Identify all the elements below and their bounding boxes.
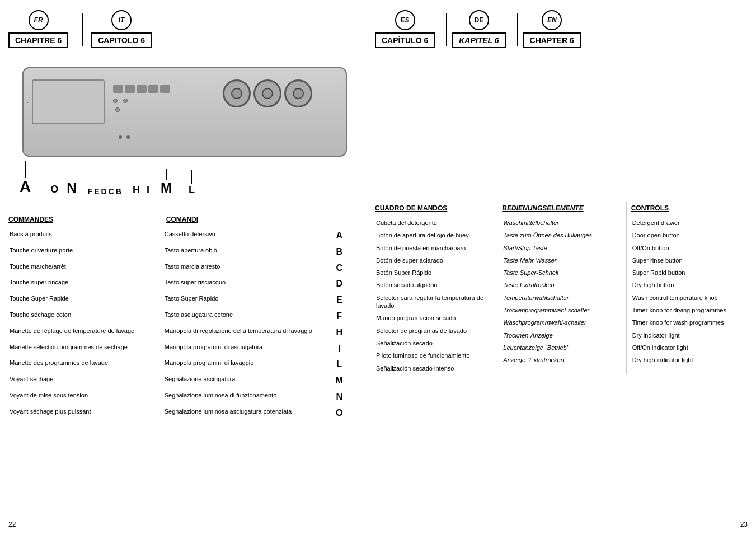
panel-dots	[119, 135, 130, 139]
panel-drawer	[32, 79, 105, 124]
page-number-left: 22	[8, 521, 16, 528]
table-row: Voyant séchage Segnalazione asciugatura …	[8, 373, 360, 389]
lang-en-block: EN CHAPTER 6	[523, 10, 581, 48]
m-label-group: M	[161, 169, 172, 196]
es-chapter-box: CAPÍTULO 6	[375, 32, 435, 48]
it-item-text: Tasto Super Rapido	[163, 292, 318, 308]
fr-item-text: Voyant de mise sous tension	[8, 389, 163, 405]
letter-label: C	[318, 260, 361, 277]
es-item-text: Selector de programas de lavado	[375, 325, 494, 337]
table-row: Cubeta del detergente	[375, 217, 494, 229]
lang-es-block: ES CAPÍTULO 6	[375, 10, 435, 48]
fr-item-text: Manette sélection programmes de séchage	[8, 341, 163, 357]
de-item-text: Waschmittelbehälter	[502, 217, 621, 229]
es-item-text: Botón de apertura del ojo de buey	[375, 229, 494, 241]
table-row: Voyant de mise sous tension Segnalazione…	[8, 389, 360, 405]
de-item-text: Waschprogrammwahl-schalter	[502, 316, 621, 329]
diagram-label-h: H	[133, 184, 140, 196]
page-number-right: 23	[740, 521, 748, 528]
de-item-text: Leuchtanzeige "Betrieb"	[502, 341, 621, 354]
knob-1	[223, 79, 251, 107]
es-item-text: Botón Super Rápido	[375, 266, 494, 279]
fr-chapter-box: CHAPITRE 6	[8, 32, 68, 48]
de-item-text: Trocknen-Anzeige	[502, 329, 621, 341]
it-item-text: Tasto marcia arresto	[163, 260, 318, 277]
en-chapter-label: CHAPTER 6	[530, 36, 574, 45]
letter-label: E	[318, 292, 361, 308]
table-row: Start/Stop Taste	[502, 242, 621, 254]
letter-label: A	[318, 228, 361, 244]
letter-label: I	[318, 341, 361, 357]
lang-fr-block: FR CHAPITRE 6	[8, 10, 68, 48]
en-item-text: Off/On indicator light	[631, 341, 750, 354]
fr-item-text: Touche super rinçage	[8, 276, 163, 292]
en-item-text: Wash control temperature knob	[631, 292, 750, 304]
table-row: Anzeige "Extratrocken"	[502, 354, 621, 366]
de-item-text: Trockenprogrammwahl-schalter	[502, 304, 621, 316]
fr-item-text: Touche séchage coton	[8, 308, 163, 325]
vertical-divider-1	[82, 13, 83, 46]
table-row: Touche séchage coton Tasto asciugatura c…	[8, 308, 360, 325]
diagram-label-n: N	[67, 180, 76, 195]
line-a	[25, 161, 26, 178]
right-blank-area	[369, 53, 756, 202]
es-item-text: Señalización secado	[375, 337, 494, 349]
es-section-title: CUADRO DE MANDOS	[375, 204, 494, 212]
table-row: Selector para regular la temperatura de …	[375, 292, 494, 312]
table-row: Selector de programas de lavado	[375, 325, 494, 337]
fr-chapter-label: CHAPITRE 6	[15, 36, 62, 45]
en-item-text: Dry high indicator light	[631, 354, 750, 366]
it-item-text: Segnalazione luminosa di funzionamento	[163, 389, 318, 405]
table-row: Dry high button	[631, 279, 750, 291]
de-item-text: Taste Extratrocken	[502, 279, 621, 291]
fedc-b-group: O N	[48, 180, 76, 196]
fr-item-text: Bacs à produits	[8, 228, 163, 244]
diagram-labels-container: A O N	[20, 161, 355, 196]
es-item-text: Señalización secado intenso	[375, 362, 494, 374]
lang-es-circle: ES	[395, 10, 415, 30]
fedc-label: F E D C B	[88, 187, 121, 196]
fr-item-text: Voyant séchage plus puissant	[8, 405, 163, 421]
letter-label: M	[318, 373, 361, 389]
table-row: Door open button	[631, 229, 750, 241]
right-content-area: CUADRO DE MANDOS BEDIENUNGSELEMENTE CONT…	[369, 202, 756, 374]
lang-fr-code: FR	[34, 16, 43, 24]
it-item-text: Tasto super risciacquo	[163, 276, 318, 292]
es-items-table: Cubeta del detergenteBotón de apertura d…	[375, 217, 494, 374]
table-row: Touche super rinçage Tasto super risciac…	[8, 276, 360, 292]
diagram-label-m: M	[161, 180, 172, 196]
letter-label: D	[318, 276, 361, 292]
it-item-text: Segnalazione asciugatura	[163, 373, 318, 389]
en-section-title: CONTROLS	[631, 204, 750, 212]
de-item-text: Start/Stop Taste	[502, 242, 621, 254]
table-row: Timer knob for drying programmes	[631, 304, 750, 316]
h-i-labels: H I	[133, 184, 149, 196]
vertical-divider-3	[446, 13, 447, 46]
table-row: Botón de puesta en marcha/paro	[375, 242, 494, 254]
table-row: Taste Extratrocken	[502, 279, 621, 291]
table-row: Wash control temperature knob	[631, 292, 750, 304]
fr-item-text: Voyant séchage	[8, 373, 163, 389]
table-row: Touche marche/arrêt Tasto marcia arresto…	[8, 260, 360, 277]
de-items-table: WaschmittelbehälterTaste zum Öffnen des …	[502, 217, 621, 367]
letter-label: L	[318, 357, 361, 373]
it-item-text: Tasto apertura oblò	[163, 244, 318, 260]
table-row: Off/On indicator light	[631, 341, 750, 354]
de-item-text: Taste zum Öffnen des Bullauges	[502, 229, 621, 241]
lang-de-code: DE	[475, 16, 484, 24]
en-item-text: Dry high button	[631, 279, 750, 291]
l-label-group: L	[189, 170, 195, 196]
table-row: Botón de apertura del ojo de buey	[375, 229, 494, 241]
lang-it-block: IT CAPITOLO 6	[91, 10, 152, 48]
table-row: Trockenprogrammwahl-schalter	[502, 304, 621, 316]
table-row: Trocknen-Anzeige	[502, 329, 621, 341]
lang-en-circle: EN	[542, 10, 562, 30]
diagram-label-fedc-b: O N	[50, 180, 76, 196]
table-row: Dry high indicator light	[631, 354, 750, 366]
letter-label: O	[318, 405, 361, 421]
table-row: Piloto luminoso de funcionamiento	[375, 349, 494, 362]
diagram-area: · A	[0, 56, 369, 213]
table-row: Manette sélection programmes de séchage …	[8, 341, 360, 357]
table-row: Taste Super-Schnell	[502, 266, 621, 279]
de-item-text: Anzeige "Extratrocken"	[502, 354, 621, 366]
